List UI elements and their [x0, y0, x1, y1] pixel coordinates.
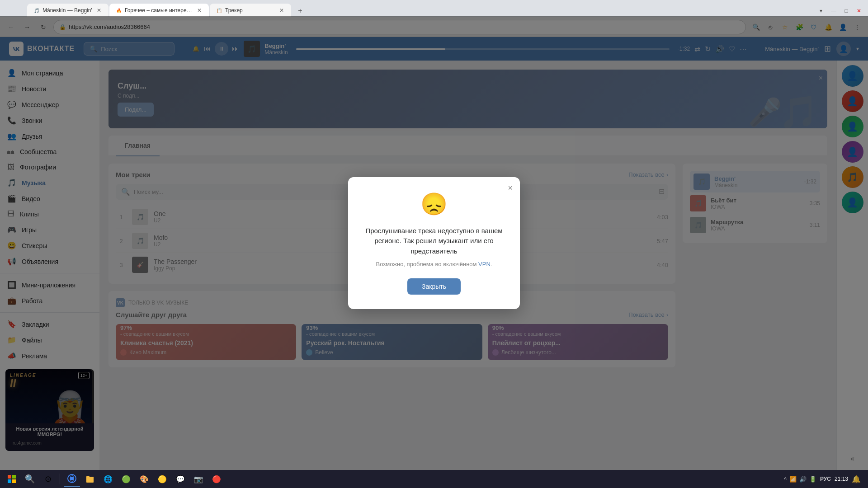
- taskbar-app7[interactable]: 🔴: [208, 471, 225, 487]
- modal-close-button[interactable]: ×: [508, 183, 513, 193]
- tab2-favicon: 🔥: [116, 7, 122, 14]
- taskbar-app6[interactable]: 📷: [190, 471, 207, 487]
- tray-network[interactable]: 📶: [789, 476, 797, 483]
- modal-subtitle: Возможно, проблема во включённом VPN.: [376, 261, 492, 267]
- modal-dialog: × 😞 Прослушивание трека недоступно в ваш…: [348, 177, 520, 310]
- svg-rect-3: [12, 479, 16, 483]
- tab3-title: Трекер: [225, 7, 276, 14]
- tab2-close[interactable]: ✕: [196, 6, 203, 14]
- modal-action-button[interactable]: Закрыть: [407, 278, 461, 295]
- tray-notification[interactable]: 🔔: [852, 475, 861, 483]
- tab-list-button[interactable]: ▾: [816, 5, 826, 16]
- taskbar-app1[interactable]: 🌐: [100, 471, 116, 487]
- taskbar: 🔍 ⊙ 🌐 🟢 🎨 🟡 💬 📷 🔴 ^ 📶 🔊 🔋 РУС 21:13 🔔: [0, 470, 868, 488]
- tab1-favicon: 🎵: [33, 7, 40, 14]
- taskbar-clock[interactable]: 21:13: [835, 476, 848, 482]
- svg-rect-1: [12, 475, 16, 479]
- taskbar-browser-icon[interactable]: [64, 471, 80, 487]
- taskbar-app5[interactable]: 💬: [172, 471, 189, 487]
- modal-overlay: × 😞 Прослушивание трека недоступно в ваш…: [0, 16, 868, 470]
- tab1-title: Máneskin — Beggin': [42, 7, 93, 14]
- new-tab-button[interactable]: +: [294, 5, 307, 17]
- tab3-favicon: 📋: [216, 7, 222, 14]
- tab2-title: Горячее – самые интересные н...: [125, 7, 193, 14]
- tab-overflow-controls: ▾ — □ ✕: [816, 5, 868, 16]
- tab-close-button[interactable]: ✕: [854, 5, 864, 16]
- browser-tab-2[interactable]: 🔥 Горячее – самые интересные н... ✕: [109, 4, 209, 17]
- tray-volume[interactable]: 🔊: [799, 476, 807, 483]
- tab1-close[interactable]: ✕: [96, 6, 102, 14]
- modal-emoji: 😞: [420, 192, 448, 217]
- taskbar-cortana[interactable]: ⊙: [40, 471, 56, 487]
- taskbar-language[interactable]: РУС: [820, 476, 831, 482]
- taskbar-systray: ^ 📶 🔊 🔋: [784, 476, 816, 483]
- tab-minimize-button[interactable]: —: [828, 5, 839, 16]
- taskbar-file-explorer[interactable]: [82, 471, 98, 487]
- tab-maximize-button[interactable]: □: [841, 5, 852, 16]
- taskbar-right-area: ^ 📶 🔊 🔋 РУС 21:13 🔔: [784, 475, 864, 483]
- taskbar-separator-1: [60, 474, 60, 484]
- taskbar-app2[interactable]: 🟢: [118, 471, 134, 487]
- svg-rect-0: [8, 475, 11, 479]
- tray-chevron[interactable]: ^: [784, 476, 787, 483]
- modal-title: Прослушивание трека недоступно в вашем р…: [361, 226, 507, 257]
- svg-rect-2: [8, 479, 11, 483]
- taskbar-app3[interactable]: 🎨: [136, 471, 152, 487]
- taskbar-app4[interactable]: 🟡: [154, 471, 170, 487]
- taskbar-search[interactable]: 🔍: [22, 471, 38, 487]
- svg-point-5: [70, 477, 74, 480]
- modal-vpn-link[interactable]: VPN: [478, 261, 491, 267]
- tab3-close[interactable]: ✕: [278, 6, 285, 14]
- browser-tab-1[interactable]: 🎵 Máneskin — Beggin' ✕: [27, 4, 108, 17]
- taskbar-time: 21:13: [835, 476, 848, 482]
- start-button[interactable]: [4, 471, 20, 487]
- tray-battery[interactable]: 🔋: [809, 476, 816, 483]
- browser-tab-3[interactable]: 📋 Трекер ✕: [210, 4, 291, 17]
